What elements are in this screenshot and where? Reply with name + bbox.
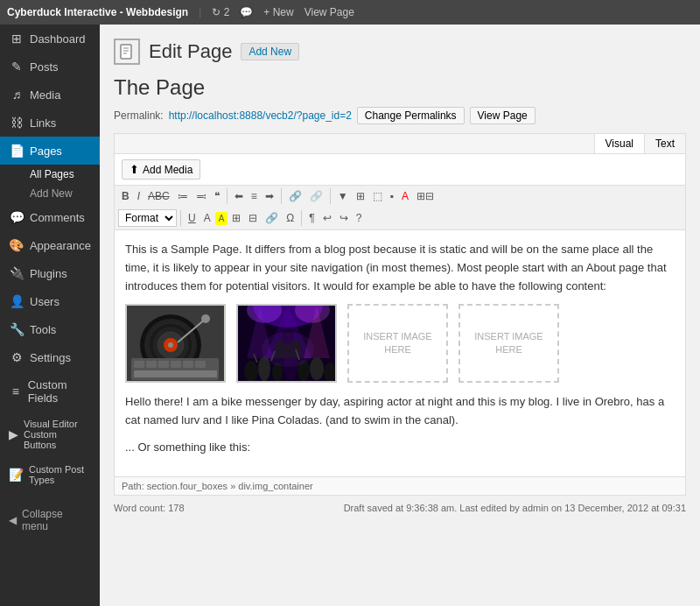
- sidebar-item-label: Custom Post Types: [29, 464, 91, 485]
- tb-insert-more[interactable]: ▼: [334, 188, 352, 204]
- admin-bar-sync[interactable]: ↻ 2: [212, 6, 229, 18]
- tb-paragraph[interactable]: ¶: [305, 210, 318, 226]
- svg-rect-15: [134, 361, 144, 368]
- toolbar-row-2: Format U A A ⊞ ⊟ 🔗 Ω ¶ ↩ ↪ ?: [115, 207, 685, 229]
- sidebar-item-dashboard[interactable]: ⊞ Dashboard: [0, 25, 100, 53]
- image-placeholder-2[interactable]: INSERT IMAGE HERE: [458, 304, 559, 383]
- word-count: Word count: 178: [114, 503, 185, 513]
- tb-bg-color[interactable]: A: [215, 212, 228, 225]
- tb-font-color[interactable]: A: [200, 210, 214, 226]
- sidebar-sub-add-new[interactable]: Add New: [0, 184, 100, 203]
- permalink-label: Permalink:: [114, 109, 164, 122]
- sidebar-item-appearance[interactable]: 🎨 Appearance: [0, 231, 100, 259]
- permalink-url[interactable]: http://localhost:8888/vecb2/?page_id=2: [169, 109, 352, 122]
- pages-icon: 📄: [9, 144, 24, 158]
- app-layout: ⊞ Dashboard ✎ Posts ♬ Media ⛓ Links 📄 Pa…: [0, 25, 700, 606]
- tb-align-right[interactable]: ➡: [262, 188, 277, 204]
- tb-insert-media[interactable]: ▪: [387, 188, 397, 204]
- tab-visual[interactable]: Visual: [594, 134, 645, 153]
- svg-rect-21: [134, 370, 217, 377]
- admin-bar-site-name[interactable]: Cyberduck Interactive - Webbdesign: [7, 6, 188, 18]
- tb-align-center[interactable]: ≡: [248, 188, 261, 204]
- editor-statusbar: Path: section.four_boxes » div.img_conta…: [115, 476, 685, 495]
- tb-indent[interactable]: ⊞: [228, 210, 244, 226]
- sidebar-item-label: Tools: [30, 323, 56, 336]
- toolbar-sep-1: [227, 188, 228, 204]
- tb-unlink[interactable]: 🔗: [306, 188, 326, 204]
- sidebar-item-label: Posts: [30, 60, 59, 74]
- placeholder-text-1: INSERT IMAGE HERE: [349, 330, 446, 357]
- tb-undo[interactable]: ↩: [319, 210, 335, 226]
- sidebar-item-label: Links: [30, 116, 56, 130]
- sidebar: ⊞ Dashboard ✎ Posts ♬ Media ⛓ Links 📄 Pa…: [0, 25, 100, 606]
- tb-bold[interactable]: B: [118, 188, 133, 204]
- sidebar-item-media[interactable]: ♬ Media: [0, 81, 100, 109]
- collapse-menu-btn[interactable]: ◀ Collapse menu: [0, 501, 100, 539]
- sidebar-item-comments[interactable]: 💬 Comments: [0, 203, 100, 231]
- tb-help[interactable]: ?: [353, 210, 366, 226]
- page-title: Edit Page: [149, 40, 232, 63]
- page-header: Edit Page Add New: [114, 39, 686, 65]
- toolbar-sep-2: [281, 188, 282, 204]
- sidebar-item-users[interactable]: 👤 Users: [0, 287, 100, 315]
- custom-fields-icon: ≡: [9, 384, 23, 398]
- tb-ordered-list[interactable]: ≕: [192, 188, 210, 204]
- tb-outdent[interactable]: ⊟: [245, 210, 261, 226]
- visual-editor-icon: ▶: [9, 427, 18, 441]
- add-new-link[interactable]: Add New: [241, 43, 299, 60]
- tb-omega[interactable]: Ω: [283, 210, 298, 226]
- tb-link[interactable]: 🔗: [285, 188, 305, 204]
- sidebar-item-settings[interactable]: ⚙ Settings: [0, 343, 100, 371]
- tab-text[interactable]: Text: [645, 134, 685, 153]
- image-2[interactable]: [236, 304, 337, 383]
- tb-strikethrough[interactable]: ABC: [144, 188, 173, 204]
- admin-bar-new[interactable]: + New: [263, 6, 293, 18]
- change-permalinks-btn[interactable]: Change Permalinks: [357, 107, 465, 124]
- tb-blockquote[interactable]: ❝: [211, 188, 223, 204]
- tb-table[interactable]: ⊞⊟: [413, 188, 438, 204]
- image-1[interactable]: [125, 304, 226, 383]
- tb-custom-link[interactable]: 🔗: [262, 210, 282, 226]
- content-paragraph-2: Hello there! I am a bike messenger by da…: [125, 393, 675, 430]
- appearance-icon: 🎨: [9, 238, 24, 252]
- tb-unordered-list[interactable]: ≔: [174, 188, 192, 204]
- tb-italic[interactable]: I: [134, 188, 144, 204]
- admin-bar-view-page[interactable]: View Page: [304, 6, 354, 18]
- tb-toggle-toolbar[interactable]: ⊞: [353, 188, 368, 204]
- sidebar-item-posts[interactable]: ✎ Posts: [0, 53, 100, 81]
- editor-content[interactable]: This is a Sample Page. It differs from a…: [115, 230, 685, 476]
- content-title[interactable]: The Page: [114, 75, 686, 100]
- tb-format-select[interactable]: Format: [118, 209, 177, 227]
- image-placeholder-1[interactable]: INSERT IMAGE HERE: [347, 304, 448, 383]
- tb-align-left[interactable]: ⬅: [231, 188, 247, 204]
- settings-icon: ⚙: [9, 350, 24, 364]
- sidebar-item-tools[interactable]: 🔧 Tools: [0, 315, 100, 343]
- sidebar-item-custom-fields[interactable]: ≡ Custom Fields: [0, 371, 100, 412]
- toolbar-sep-4: [180, 210, 181, 226]
- tb-redo[interactable]: ↪: [336, 210, 352, 226]
- view-page-btn[interactable]: View Page: [470, 107, 536, 124]
- svg-point-29: [244, 361, 258, 382]
- svg-point-13: [201, 314, 210, 323]
- add-media-btn[interactable]: ⬆ Add Media: [122, 159, 200, 180]
- content-paragraph-1: This is a Sample Page. It differs from a…: [125, 241, 675, 295]
- sidebar-item-visual-editor[interactable]: ▶ Visual Editor Custom Buttons: [0, 412, 100, 457]
- media-icon: ♬: [9, 88, 24, 102]
- sidebar-item-pages[interactable]: 📄 Pages: [0, 137, 100, 165]
- links-icon: ⛓: [9, 116, 24, 130]
- upload-icon: ⬆: [130, 163, 139, 176]
- sidebar-item-plugins[interactable]: 🔌 Plugins: [0, 259, 100, 287]
- tinymce-toolbar: B I ABC ≔ ≕ ❝ ⬅ ≡ ➡ 🔗 🔗 ▼ ⊞ ⬚: [115, 186, 685, 230]
- dashboard-icon: ⊞: [9, 32, 24, 46]
- tb-insert-image[interactable]: ⬚: [369, 188, 386, 204]
- tb-underline[interactable]: U: [185, 210, 200, 226]
- sidebar-item-label: Custom Fields: [28, 378, 91, 405]
- users-icon: 👤: [9, 294, 24, 308]
- sidebar-item-links[interactable]: ⛓ Links: [0, 109, 100, 137]
- svg-rect-18: [171, 361, 181, 368]
- tb-text-color[interactable]: A: [398, 188, 412, 204]
- sidebar-item-custom-post[interactable]: 📝 Custom Post Types: [0, 457, 100, 492]
- sidebar-sub-all-pages[interactable]: All Pages: [0, 165, 100, 184]
- admin-bar-comments-icon[interactable]: 💬: [240, 6, 253, 18]
- svg-point-41: [262, 332, 314, 367]
